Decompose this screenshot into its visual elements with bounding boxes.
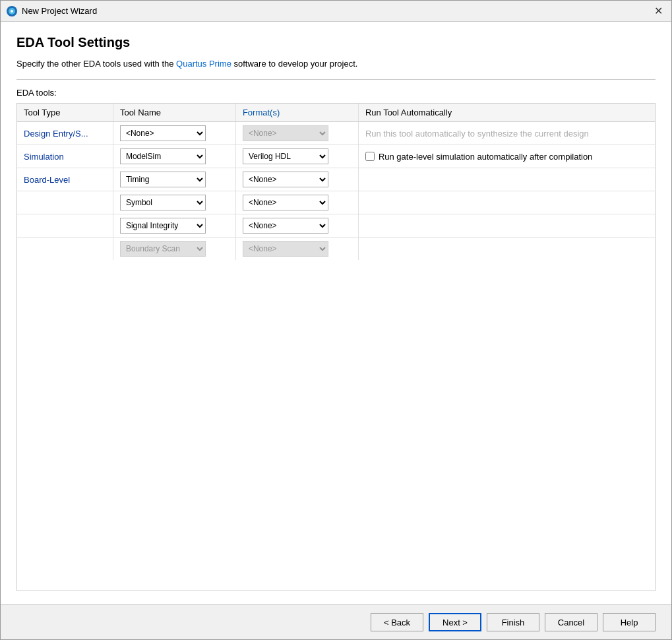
- format-select[interactable]: Verilog HDL: [243, 148, 328, 164]
- help-button[interactable]: Help: [603, 613, 656, 631]
- format-cell[interactable]: <None>: [235, 191, 358, 214]
- col-formats: Format(s): [235, 104, 358, 122]
- desc-highlight: Quartus Prime: [176, 59, 231, 69]
- col-run-auto: Run Tool Automatically: [358, 104, 655, 122]
- run-auto-label: Run gate-level simulation automatically …: [379, 152, 592, 162]
- finish-button[interactable]: Finish: [487, 613, 539, 631]
- run-auto-cell: [358, 168, 655, 191]
- run-auto-checkbox[interactable]: [365, 152, 375, 161]
- run-auto-cell: Run this tool automatically to synthesiz…: [358, 122, 655, 145]
- next-button[interactable]: Next >: [429, 613, 481, 631]
- tool-name-select[interactable]: Signal Integrity: [120, 218, 206, 234]
- format-select[interactable]: <None>: [243, 125, 328, 141]
- table-row: Symbol<None>: [17, 191, 655, 214]
- format-cell[interactable]: <None>: [235, 122, 358, 145]
- title-bar-left: New Project Wizard: [6, 5, 97, 17]
- table-row: Boundary Scan<None>: [17, 238, 655, 261]
- format-select[interactable]: <None>: [243, 195, 328, 210]
- run-auto-cell: Run gate-level simulation automatically …: [358, 145, 655, 168]
- section-label: EDA tools:: [16, 88, 656, 98]
- tool-name-select[interactable]: Symbol: [120, 195, 206, 210]
- table-row: Board-LevelTiming<None>: [17, 168, 655, 191]
- window-title: New Project Wizard: [22, 6, 97, 16]
- format-cell[interactable]: Verilog HDL: [235, 145, 358, 168]
- tool-type-cell: Simulation: [17, 145, 113, 168]
- tool-type-cell: [17, 191, 113, 214]
- title-bar: New Project Wizard ✕: [1, 1, 671, 22]
- back-button[interactable]: < Back: [371, 613, 423, 631]
- run-auto-cell: [358, 238, 655, 261]
- divider: [16, 79, 656, 80]
- tool-name-cell[interactable]: Boundary Scan: [113, 238, 235, 261]
- tool-name-cell[interactable]: Symbol: [113, 191, 235, 214]
- svg-point-2: [11, 10, 13, 13]
- main-window: New Project Wizard ✕ EDA Tool Settings S…: [0, 0, 672, 640]
- tool-name-cell[interactable]: Timing: [113, 168, 235, 191]
- eda-table-container: Tool Type Tool Name Format(s) Run Tool A…: [16, 103, 656, 591]
- run-auto-cell: [358, 191, 655, 214]
- format-cell[interactable]: <None>: [235, 238, 358, 261]
- format-cell[interactable]: <None>: [235, 214, 358, 238]
- cancel-button[interactable]: Cancel: [545, 613, 597, 631]
- col-tool-type: Tool Type: [17, 104, 113, 122]
- format-cell[interactable]: <None>: [235, 168, 358, 191]
- tool-name-select[interactable]: Timing: [120, 172, 206, 187]
- close-button[interactable]: ✕: [650, 3, 666, 19]
- desc-prefix: Specify the other EDA tools used with th…: [16, 59, 176, 69]
- tool-type-cell: Board-Level: [17, 168, 113, 191]
- table-row: SimulationModelSimVerilog HDLRun gate-le…: [17, 145, 655, 168]
- tool-type-cell: Design Entry/S...: [17, 122, 113, 145]
- wizard-icon: [6, 5, 18, 17]
- format-select[interactable]: <None>: [243, 172, 328, 187]
- table-row: Signal Integrity<None>: [17, 214, 655, 238]
- table-header-row: Tool Type Tool Name Format(s) Run Tool A…: [17, 104, 655, 122]
- footer: < Back Next > Finish Cancel Help: [1, 604, 671, 639]
- tool-name-cell[interactable]: Signal Integrity: [113, 214, 235, 238]
- format-select[interactable]: <None>: [243, 241, 328, 257]
- tool-type-cell: [17, 238, 113, 261]
- tool-name-select[interactable]: Boundary Scan: [120, 241, 206, 257]
- tool-name-select[interactable]: ModelSim: [120, 148, 206, 164]
- tool-type-cell: [17, 214, 113, 238]
- page-description: Specify the other EDA tools used with th…: [16, 58, 656, 70]
- desc-suffix: software to develop your project.: [231, 59, 358, 69]
- format-select[interactable]: <None>: [243, 218, 328, 234]
- tool-name-cell[interactable]: <None>: [113, 122, 235, 145]
- tool-name-select[interactable]: <None>: [120, 125, 206, 141]
- col-tool-name: Tool Name: [113, 104, 235, 122]
- eda-table: Tool Type Tool Name Format(s) Run Tool A…: [17, 104, 655, 260]
- page-title: EDA Tool Settings: [16, 35, 656, 50]
- table-row: Design Entry/S...<None><None>Run this to…: [17, 122, 655, 145]
- content-area: EDA Tool Settings Specify the other EDA …: [1, 22, 671, 604]
- tool-name-cell[interactable]: ModelSim: [113, 145, 235, 168]
- run-auto-label: Run this tool automatically to synthesiz…: [365, 129, 589, 139]
- run-auto-cell: [358, 214, 655, 238]
